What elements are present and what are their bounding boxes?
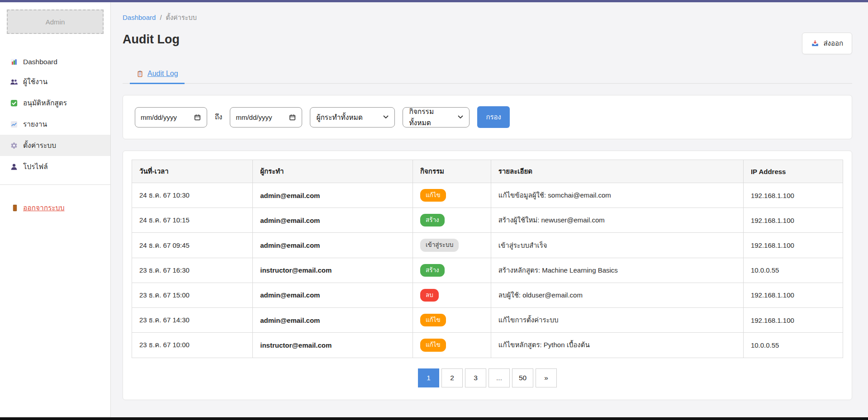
cell-actor: admin@email.com: [253, 233, 413, 258]
cell-actor: instructor@email.com: [253, 333, 413, 358]
sidebar-item-approve-courses[interactable]: อนุมัติหลักสูตร: [0, 92, 110, 113]
date-from-input[interactable]: mm/dd/yyyy: [135, 107, 207, 127]
admin-logo-text: Admin: [46, 18, 65, 26]
date-to-input[interactable]: mm/dd/yyyy: [230, 107, 302, 127]
cell-actor: admin@email.com: [253, 183, 413, 208]
sidebar-item-settings[interactable]: ตั้งค่าระบบ: [0, 135, 110, 156]
tab-audit-log[interactable]: Audit Log: [130, 70, 185, 84]
sidebar-menu: Dashboardผู้ใช้งานอนุมัติหลักสูตรรายงานต…: [0, 53, 110, 177]
table-row: 23 ธ.ค. 67 14:30admin@email.comแก้ไขแก้ไ…: [132, 308, 843, 333]
cell-actor: instructor@email.com: [253, 258, 413, 283]
tab-bar: Audit Log: [123, 70, 852, 84]
breadcrumb: Dashboard / ตั้งค่าระบบ: [123, 12, 852, 23]
bar-chart-icon: [10, 58, 18, 66]
export-button[interactable]: ส่งออก: [802, 33, 852, 54]
cell-details: สร้างผู้ใช้ใหม่: newuser@email.com: [491, 208, 743, 233]
cell-datetime: 23 ธ.ค. 67 10:00: [132, 333, 253, 358]
breadcrumb-separator: /: [160, 14, 161, 21]
action-badge-create: สร้าง: [420, 214, 445, 227]
cell-action: แก้ไข: [413, 183, 491, 208]
date-to-placeholder: mm/dd/yyyy: [236, 113, 272, 121]
action-badge-edit: แก้ไข: [420, 339, 446, 351]
sidebar-item-dashboard[interactable]: Dashboard: [0, 53, 110, 71]
sidebar-item-label: อนุมัติหลักสูตร: [23, 97, 67, 109]
action-badge-create: สร้าง: [420, 264, 445, 277]
page-button-1[interactable]: 1: [418, 368, 439, 387]
page-ellipsis: ...: [489, 368, 510, 387]
sidebar-item-users[interactable]: ผู้ใช้งาน: [0, 71, 110, 92]
sidebar-divider: [0, 184, 110, 185]
cell-details: แก้ไขการตั้งค่าระบบ: [491, 308, 743, 333]
person-icon: [10, 163, 18, 171]
calendar-icon[interactable]: [194, 113, 201, 121]
tab-audit-log-label: Audit Log: [147, 70, 178, 78]
sidebar: Admin Dashboardผู้ใช้งานอนุมัติหลักสูตรร…: [0, 2, 111, 417]
line-chart-icon: [10, 120, 18, 128]
table-row: 24 ธ.ค. 67 10:15admin@email.comสร้างสร้า…: [132, 208, 843, 233]
cell-action: สร้าง: [413, 208, 491, 233]
date-from-placeholder: mm/dd/yyyy: [141, 113, 177, 121]
table-row: 24 ธ.ค. 67 09:45admin@email.comเข้าสู่ระ…: [132, 233, 843, 258]
table-row: 23 ธ.ค. 67 16:30instructor@email.comสร้า…: [132, 258, 843, 283]
admin-logo-placeholder: Admin: [7, 9, 104, 34]
cell-details: สร้างหลักสูตร: Machine Learning Basics: [491, 258, 743, 283]
export-button-label: ส่งออก: [823, 38, 843, 49]
activity-select[interactable]: กิจกรรมทั้งหมด: [403, 107, 470, 127]
sidebar-item-label: Dashboard: [23, 58, 57, 66]
clipboard-icon: [136, 70, 144, 78]
audit-table-card: วันที่-เวลาผู้กระทำกิจกรรมรายละเอียดIP A…: [123, 151, 852, 400]
to-label: ถึง: [215, 112, 222, 123]
pagination: 123...50»: [132, 368, 843, 387]
cell-datetime: 23 ธ.ค. 67 14:30: [132, 308, 253, 333]
cell-details: แก้ไขหลักสูตร: Python เบื้องต้น: [491, 333, 743, 358]
page-header: Audit Log ส่งออก: [123, 33, 852, 54]
check-icon: [10, 99, 18, 107]
sidebar-item-reports[interactable]: รายงาน: [0, 113, 110, 135]
action-badge-delete: ลบ: [420, 289, 439, 302]
actor-select[interactable]: ผู้กระทำทั้งหมด: [310, 107, 395, 127]
breadcrumb-dashboard-link[interactable]: Dashboard: [123, 14, 156, 21]
action-badge-login: เข้าสู่ระบบ: [420, 239, 459, 251]
page-next-button[interactable]: »: [536, 368, 557, 387]
cell-action: สร้าง: [413, 258, 491, 283]
logout-link[interactable]: ออกจากระบบ: [11, 202, 65, 213]
sidebar-item-profile[interactable]: โปรไฟล์: [0, 156, 110, 177]
cell-actor: admin@email.com: [253, 283, 413, 307]
sidebar-item-label: ผู้ใช้งาน: [23, 76, 47, 87]
filter-button[interactable]: กรอง: [477, 106, 509, 128]
cell-datetime: 24 ธ.ค. 67 10:30: [132, 183, 253, 208]
users-icon: [10, 78, 18, 86]
calendar-icon[interactable]: [289, 113, 296, 121]
cell-ip: 192.168.1.100: [743, 283, 843, 307]
cell-ip: 10.0.0.55: [743, 333, 843, 358]
column-header: ผู้กระทำ: [253, 160, 413, 183]
chevron-down-icon: [383, 115, 389, 119]
page-button-3[interactable]: 3: [465, 368, 486, 387]
cell-details: ลบผู้ใช้: olduser@email.com: [491, 283, 743, 307]
cell-action: แก้ไข: [413, 308, 491, 333]
cell-action: แก้ไข: [413, 333, 491, 358]
main-content: Dashboard / ตั้งค่าระบบ Audit Log ส่งออก: [111, 2, 868, 417]
cell-ip: 192.168.1.100: [743, 233, 843, 258]
table-row: 23 ธ.ค. 67 15:00admin@email.comลบลบผู้ใช…: [132, 283, 843, 307]
door-icon: [11, 204, 19, 212]
cell-datetime: 23 ธ.ค. 67 15:00: [132, 283, 253, 307]
column-header: กิจกรรม: [413, 160, 491, 183]
cell-details: แก้ไขข้อมูลผู้ใช้: somchai@email.com: [491, 183, 743, 208]
page-button-2[interactable]: 2: [441, 368, 463, 387]
column-header: IP Address: [743, 160, 843, 183]
cell-actor: admin@email.com: [253, 308, 413, 333]
app-window: Admin Dashboardผู้ใช้งานอนุมัติหลักสูตรร…: [0, 0, 868, 420]
sidebar-item-label: ตั้งค่าระบบ: [23, 140, 56, 151]
table-header-row: วันที่-เวลาผู้กระทำกิจกรรมรายละเอียดIP A…: [132, 160, 843, 183]
audit-table: วันที่-เวลาผู้กระทำกิจกรรมรายละเอียดIP A…: [132, 160, 843, 358]
page-button-50[interactable]: 50: [512, 368, 533, 387]
cell-ip: 10.0.0.55: [743, 258, 843, 283]
table-row: 24 ธ.ค. 67 10:30admin@email.comแก้ไขแก้ไ…: [132, 183, 843, 208]
cell-datetime: 23 ธ.ค. 67 16:30: [132, 258, 253, 283]
export-icon: [811, 39, 819, 47]
cell-actor: admin@email.com: [253, 208, 413, 233]
cell-datetime: 24 ธ.ค. 67 10:15: [132, 208, 253, 233]
logout-label: ออกจากระบบ: [23, 202, 65, 213]
cell-action: ลบ: [413, 283, 491, 307]
